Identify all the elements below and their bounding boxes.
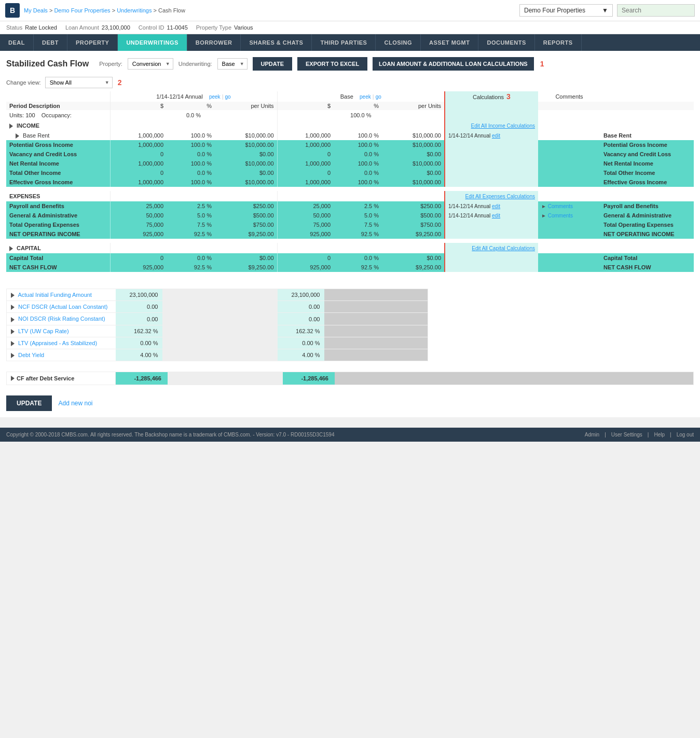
deal-dropdown[interactable]: Demo Four Properties ▼ — [519, 4, 613, 17]
income-left-spacer — [110, 120, 277, 131]
nav-deal[interactable]: DEAL — [0, 34, 34, 51]
right-go-link[interactable]: go — [376, 94, 381, 100]
left-peek-link[interactable]: peek — [209, 94, 221, 100]
metric-label-text-1[interactable]: NCF DSCR (Actual Loan Constant) — [18, 304, 107, 310]
add-noi-link[interactable]: Add new noi — [58, 400, 92, 407]
egi-left-pct: 100.0 % — [167, 177, 215, 187]
capital-total-left-dollar: 0 — [110, 253, 167, 263]
metric-label-text-2[interactable]: NOI DSCR (Risk Rating Constant) — [18, 316, 105, 322]
metric-expand-3[interactable] — [11, 329, 15, 334]
toe-row: Total Operating Expenses 75,000 7.5 % $7… — [6, 220, 694, 229]
breadcrumb-underwritings[interactable]: Underwritings — [117, 7, 152, 13]
breadcrumb-my-deals[interactable]: My Deals — [24, 7, 48, 13]
ga-edit-link[interactable]: edit — [492, 213, 500, 218]
loan-amount-button[interactable]: LOAN AMOUNT & ADDITIONAL LOAN CALCULATIO… — [373, 57, 534, 71]
left-go-link[interactable]: go — [225, 94, 231, 100]
toe-right-dollar: 75,000 — [277, 220, 334, 229]
metric-label-text-0[interactable]: Actual Initial Funding Amount — [18, 292, 91, 298]
search-input[interactable] — [617, 4, 695, 17]
nav-shares-chats[interactable]: SHARES & CHATS — [241, 34, 312, 51]
income-expand-icon[interactable] — [9, 124, 13, 129]
metric-label-text-5[interactable]: Debt Yield — [18, 352, 44, 358]
nav-third-parties[interactable]: THIRD PARTIES — [312, 34, 376, 51]
base-rent-label: Base Rent — [6, 131, 110, 140]
base-rent-calc-cell: 1/14-12/14 Annual edit — [445, 131, 538, 140]
net-rental-row: Net Rental Income 1,000,000 100.0 % $10,… — [6, 159, 694, 168]
metric-spacer-3 — [162, 325, 278, 337]
cf-debt-expand-icon[interactable] — [11, 376, 15, 381]
metric-row-2: NOI DSCR (Risk Rating Constant) 0.00 0.0… — [7, 313, 428, 325]
dropdown-arrow: ▼ — [602, 7, 608, 14]
capital-right-labels-spacer — [600, 243, 694, 253]
ga-comments-link[interactable]: Comments — [548, 213, 573, 218]
payroll-edit-link[interactable]: edit — [492, 203, 500, 209]
footer-admin-link[interactable]: Admin — [585, 432, 599, 438]
units-occ-row: Units: 100 Occupancy: 0.0 % 100.0 % — [6, 110, 694, 120]
base-rent-right-dollar: 1,000,000 — [277, 131, 334, 140]
ncf-comments — [538, 263, 600, 272]
nav-closing[interactable]: CLOSING — [376, 34, 421, 51]
edit-all-capital-button[interactable]: Edit All Capital Calculations — [472, 245, 535, 251]
payroll-calc: 1/14-12/14 Annual edit — [445, 201, 538, 211]
update-button[interactable]: UPDATE — [253, 57, 292, 71]
payroll-label: Payroll and Benefits — [6, 201, 110, 211]
metric-value-left-5: 4.00 % — [116, 349, 162, 361]
noi-left-unit: $9,250.00 — [215, 229, 277, 239]
change-view-select[interactable]: Show All — [45, 77, 113, 88]
right-dollar-sub: $ — [277, 102, 334, 110]
vacancy-label: Vacancy and Credit Loss — [6, 149, 110, 159]
footer-help-link[interactable]: Help — [654, 432, 665, 438]
capital-total-right-label: Capital Total — [600, 253, 694, 263]
col-header-row: 1/14-12/14 Annual peek | go Base peek | … — [6, 91, 694, 102]
ncf-calc — [445, 263, 538, 272]
footer-logout-link[interactable]: Log out — [677, 432, 694, 438]
export-excel-button[interactable]: EXPORT TO EXCEL — [297, 57, 367, 71]
noi-row: NET OPERATING INCOME 925,000 92.5 % $9,2… — [6, 229, 694, 239]
ncf-right-dollar: 925,000 — [277, 263, 334, 272]
metric-expand-0[interactable] — [11, 293, 15, 298]
base-rent-expand-icon[interactable] — [16, 133, 19, 139]
breadcrumb-demo[interactable]: Demo Four Properties — [54, 7, 110, 13]
pgi-comments — [538, 140, 600, 149]
nav-documents[interactable]: DOCUMENTS — [478, 34, 534, 51]
footer-sep3: | — [670, 432, 671, 438]
nav-borrower[interactable]: BORROWER — [187, 34, 241, 51]
edit-all-expenses-button[interactable]: Edit All Expenses Calculations — [465, 194, 535, 199]
nav-debt[interactable]: DEBT — [34, 34, 67, 51]
metric-label-text-4[interactable]: LTV (Appraised - As Stabilized) — [18, 340, 97, 346]
footer-user-settings-link[interactable]: User Settings — [611, 432, 642, 438]
metric-label-5: Debt Yield — [7, 349, 116, 361]
prop-type-label: Property Type — [196, 24, 231, 31]
left-dollar-sub: $ — [110, 102, 167, 110]
payroll-comments-triangle: ► — [541, 203, 546, 209]
property-select[interactable]: Conversion — [128, 58, 173, 70]
capital-expand-icon[interactable] — [9, 246, 13, 251]
vacancy-right-dollar: 0 — [277, 149, 334, 159]
nav-property[interactable]: PROPERTY — [67, 34, 118, 51]
payroll-comments-link[interactable]: Comments — [548, 203, 573, 209]
ga-right-unit: $500.00 — [382, 211, 445, 220]
metric-expand-5[interactable] — [11, 353, 15, 358]
metric-expand-2[interactable] — [11, 317, 15, 322]
nav-underwritings[interactable]: UNDERWRITINGS — [118, 34, 187, 51]
noi-comments — [538, 229, 600, 239]
capital-total-right-pct: 0.0 % — [334, 253, 382, 263]
update-bottom-button[interactable]: UPDATE — [6, 395, 52, 411]
calc-sub — [445, 102, 538, 110]
metric-value-right-4: 0.00 % — [278, 337, 324, 349]
metric-label-text-3[interactable]: LTV (UW Cap Rate) — [18, 328, 69, 334]
metric-grey-5 — [324, 349, 428, 361]
base-rent-edit-link[interactable]: edit — [492, 133, 500, 139]
metric-value-right-5: 4.00 % — [278, 349, 324, 361]
metric-expand-1[interactable] — [11, 305, 15, 310]
noi-right-unit: $9,250.00 — [382, 229, 445, 239]
right-peek-link[interactable]: peek — [360, 94, 371, 100]
nav-asset-mgmt[interactable]: ASSET MGMT — [421, 34, 478, 51]
edit-all-income-button[interactable]: Edit All Income Calculations — [471, 123, 535, 129]
metric-value-right-3: 162.32 % — [278, 325, 324, 337]
egi-right-pct: 100.0 % — [334, 177, 382, 187]
nav-reports[interactable]: REPORTS — [535, 34, 582, 51]
underwriting-select[interactable]: Base — [217, 58, 248, 70]
metric-expand-4[interactable] — [11, 341, 15, 346]
pgi-right-pct: 100.0 % — [334, 140, 382, 149]
